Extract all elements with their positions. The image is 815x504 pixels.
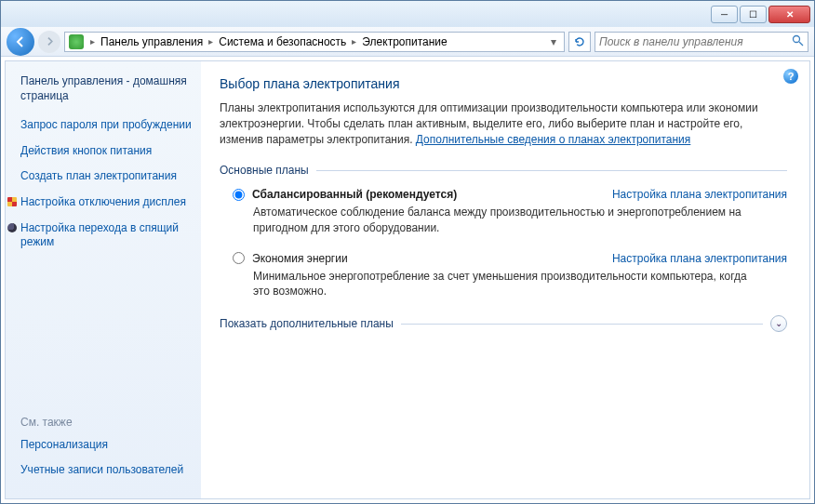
shield-icon <box>7 197 17 206</box>
plan-balanced: Сбалансированный (рекомендуется) Настрой… <box>233 188 787 234</box>
refresh-button[interactable] <box>568 32 591 52</box>
svg-point-0 <box>794 35 800 42</box>
help-icon[interactable]: ? <box>783 69 798 84</box>
arrow-right-icon <box>45 36 55 46</box>
plan-radio-balanced[interactable] <box>233 189 245 201</box>
chevron-right-icon: ▸ <box>90 36 95 46</box>
plan-desc: Автоматическое соблюдение баланса между … <box>253 205 755 234</box>
moon-icon <box>7 223 17 232</box>
power-icon <box>69 34 84 49</box>
seealso-personalization[interactable]: Персонализация <box>20 438 194 453</box>
plan-config-link[interactable]: Настройка плана электропитания <box>612 188 787 201</box>
address-dropdown[interactable]: ▾ <box>547 35 560 48</box>
chevron-right-icon: ▸ <box>208 36 213 46</box>
navbar: ▸ Панель управления ▸ Система и безопасн… <box>1 27 814 57</box>
group-main-plans: Основные планы <box>220 164 787 177</box>
sidebar-task-buttons[interactable]: Действия кнопок питания <box>20 144 194 159</box>
breadcrumb-seg[interactable]: Панель управления <box>98 33 206 50</box>
svg-line-1 <box>799 42 803 46</box>
back-button[interactable] <box>7 28 34 56</box>
seealso-accounts[interactable]: Учетные записи пользователей <box>20 463 194 478</box>
sidebar-task-password[interactable]: Запрос пароля при пробуждении <box>20 118 194 133</box>
body: Панель управления - домашняя страница За… <box>5 60 810 499</box>
maximize-button[interactable]: ☐ <box>740 6 767 23</box>
minimize-button[interactable]: ─ <box>711 6 738 23</box>
arrow-left-icon <box>14 35 27 48</box>
chevron-down-icon[interactable]: ⌄ <box>770 315 787 332</box>
group-extra-plans[interactable]: Показать дополнительные планы ⌄ <box>220 315 787 332</box>
search-box[interactable] <box>595 32 808 52</box>
plan-saver: Экономия энергии Настройка плана электро… <box>233 252 787 298</box>
sidebar-task-label: Настройка перехода в спящий режим <box>20 221 179 249</box>
page-description: Планы электропитания используются для оп… <box>220 100 787 147</box>
sidebar-task-display-off[interactable]: Настройка отключения дисплея <box>20 195 194 210</box>
see-also-heading: См. также <box>20 416 194 429</box>
plan-radio-saver[interactable] <box>233 252 245 264</box>
sidebar-task-create-plan[interactable]: Создать план электропитания <box>20 169 194 184</box>
page-title: Выбор плана электропитания <box>220 76 787 91</box>
sidebar-task-sleep[interactable]: Настройка перехода в спящий режим <box>20 221 194 250</box>
close-button[interactable]: ✕ <box>768 6 810 23</box>
plan-name: Сбалансированный (рекомендуется) <box>252 188 457 201</box>
sidebar-home-link[interactable]: Панель управления - домашняя страница <box>20 74 194 103</box>
titlebar: ─ ☐ ✕ <box>1 1 814 27</box>
sidebar-task-label: Настройка отключения дисплея <box>20 195 186 208</box>
plan-config-link[interactable]: Настройка плана электропитания <box>612 252 787 265</box>
forward-button <box>38 31 60 53</box>
search-input[interactable] <box>599 35 792 48</box>
window: ─ ☐ ✕ ▸ Панель управления ▸ Система и бе… <box>0 0 815 504</box>
breadcrumb-seg[interactable]: Электропитание <box>359 33 449 50</box>
search-icon[interactable] <box>792 34 804 49</box>
plan-desc: Минимальное энергопотребление за счет ум… <box>253 269 755 298</box>
chevron-right-icon: ▸ <box>352 36 356 46</box>
breadcrumb-seg[interactable]: Система и безопасность <box>216 33 349 50</box>
plan-name: Экономия энергии <box>252 252 348 265</box>
sidebar: Панель управления - домашняя страница За… <box>6 61 201 498</box>
content: ? Выбор плана электропитания Планы элект… <box>201 61 809 498</box>
address-bar[interactable]: ▸ Панель управления ▸ Система и безопасн… <box>64 32 565 52</box>
refresh-icon <box>573 35 586 48</box>
learn-more-link[interactable]: Дополнительные сведения о планах электро… <box>416 133 690 146</box>
